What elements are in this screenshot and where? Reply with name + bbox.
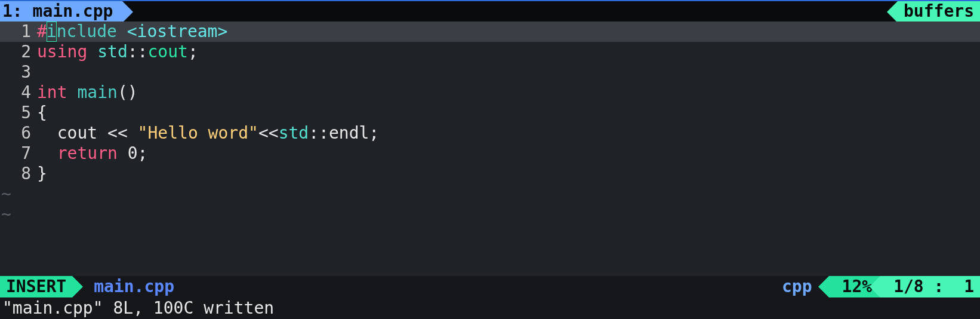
code-token: e xyxy=(187,22,198,41)
code-content[interactable]: using std::cout; xyxy=(37,42,980,62)
code-token: t xyxy=(167,22,177,41)
code-token: i xyxy=(57,42,67,62)
code-token: d xyxy=(97,22,107,41)
status-position: 1/8 : 1 xyxy=(880,276,980,297)
status-mode: INSERT xyxy=(0,276,72,297)
line-number: 3 xyxy=(0,62,37,82)
tab-index: 1: xyxy=(2,1,33,22)
code-line[interactable]: 7 return 0; xyxy=(0,143,980,164)
code-token xyxy=(47,143,57,163)
code-token: r xyxy=(57,143,67,163)
line-number: 7 xyxy=(0,143,37,164)
code-token: u xyxy=(87,22,97,41)
code-token: t xyxy=(57,82,67,102)
code-token: c xyxy=(147,42,158,62)
code-token: d xyxy=(298,123,309,143)
empty-line-tilde: ~ xyxy=(0,204,980,225)
editor-viewport[interactable]: 1#include <iostream>2using std::cout;34i… xyxy=(0,22,980,276)
code-token: m xyxy=(208,22,218,41)
code-token: # xyxy=(37,22,47,41)
code-token: m xyxy=(77,82,87,102)
code-token: d xyxy=(118,42,128,62)
code-content[interactable]: cout << "Hello word"<<std::endl; xyxy=(37,123,980,143)
code-token: t xyxy=(178,42,188,62)
code-token: 0 xyxy=(128,143,138,163)
code-token: t xyxy=(107,42,118,62)
code-token: e xyxy=(329,123,339,143)
code-token: < xyxy=(118,123,128,143)
line-number: 4 xyxy=(0,82,37,103)
code-token: ; xyxy=(138,143,148,163)
code-token: o xyxy=(147,22,157,41)
code-token: r xyxy=(228,123,238,143)
code-token xyxy=(67,82,78,102)
code-token: n xyxy=(47,82,57,102)
line-number: 1 xyxy=(0,22,37,42)
code-token: t xyxy=(288,123,298,143)
code-token: l xyxy=(178,123,188,143)
code-token: { xyxy=(37,103,47,122)
code-token: t xyxy=(77,143,87,163)
command-line[interactable]: "main.cpp" 8L, 100C written xyxy=(0,297,980,319)
code-token: o xyxy=(188,123,198,143)
code-token: : xyxy=(319,123,329,143)
code-token: u xyxy=(87,143,97,163)
code-token: e xyxy=(107,22,117,41)
code-token xyxy=(118,143,128,163)
code-line[interactable]: 1#include <iostream> xyxy=(0,22,980,42)
buffer-tab-1[interactable]: 1: main.cpp xyxy=(0,1,122,22)
code-token: > xyxy=(217,22,227,41)
code-content[interactable]: } xyxy=(37,164,980,184)
code-content[interactable] xyxy=(37,62,980,82)
code-token: r xyxy=(97,143,107,163)
code-token: ; xyxy=(188,42,198,62)
cursor: i xyxy=(47,22,57,42)
code-token: < xyxy=(269,123,279,143)
code-token xyxy=(37,123,47,143)
code-token: s xyxy=(47,42,57,62)
code-token: < xyxy=(127,22,137,41)
code-token xyxy=(97,123,107,143)
code-token: c xyxy=(67,22,77,41)
code-content[interactable]: return 0; xyxy=(37,143,980,164)
status-line: INSERT main.cpp cpp 12% 1/8 : 1 xyxy=(0,276,980,297)
code-content[interactable]: #include <iostream> xyxy=(37,22,980,42)
code-token: e xyxy=(158,123,168,143)
code-token: l xyxy=(168,123,178,143)
code-token: < xyxy=(107,123,118,143)
code-token: l xyxy=(76,22,87,41)
status-filename: main.cpp xyxy=(72,276,174,297)
code-token: u xyxy=(37,42,47,62)
code-token xyxy=(37,143,47,163)
code-token: ( xyxy=(118,82,128,102)
code-token: < xyxy=(258,123,269,143)
code-line[interactable]: 8} xyxy=(0,164,980,184)
code-token xyxy=(198,123,208,143)
code-token: o xyxy=(158,42,168,62)
code-token: : xyxy=(138,42,148,62)
code-token: d xyxy=(349,123,359,143)
code-token: H xyxy=(147,123,158,143)
code-token: g xyxy=(77,42,87,62)
tab-filename: main.cpp xyxy=(33,1,113,22)
code-line[interactable]: 5{ xyxy=(0,103,980,123)
code-token: w xyxy=(208,123,218,143)
code-content[interactable]: int main() xyxy=(37,82,980,103)
code-line[interactable]: 6 cout << "Hello word"<<std::endl; xyxy=(0,123,980,143)
code-token: d xyxy=(238,123,248,143)
code-token: n xyxy=(57,22,67,41)
code-token: a xyxy=(198,22,208,41)
code-content[interactable]: { xyxy=(37,103,980,123)
code-token: " xyxy=(138,123,148,143)
code-line[interactable]: 4int main() xyxy=(0,82,980,103)
line-number: 5 xyxy=(0,103,37,123)
code-token: i xyxy=(37,82,47,102)
code-token xyxy=(87,42,97,62)
code-line[interactable]: 2using std::cout; xyxy=(0,42,980,62)
code-token: o xyxy=(218,123,228,143)
code-token: e xyxy=(67,143,78,163)
code-line[interactable]: 3 xyxy=(0,62,980,82)
buffers-indicator[interactable]: buffers xyxy=(898,1,980,22)
code-token xyxy=(117,22,127,41)
code-token: c xyxy=(57,123,67,143)
